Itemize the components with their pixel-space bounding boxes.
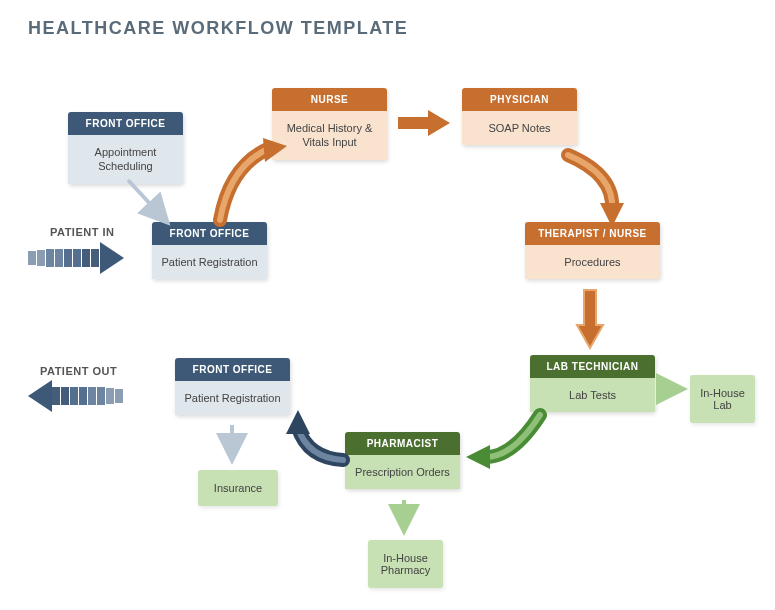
node-header: PHYSICIAN <box>462 88 577 111</box>
node-physician: PHYSICIAN SOAP Notes <box>462 88 577 145</box>
patient-out-arrow <box>28 380 124 412</box>
node-body: Prescription Orders <box>345 455 460 489</box>
arrow-reg-to-nurse <box>215 140 295 230</box>
arrow-lab-to-inhouse <box>658 382 690 396</box>
node-registration-out: FRONT OFFICE Patient Registration <box>175 358 290 415</box>
patient-in-arrow <box>28 242 124 274</box>
svg-line-0 <box>128 180 165 220</box>
node-appointment: FRONT OFFICE Appointment Scheduling <box>68 112 183 184</box>
node-body: Patient Registration <box>175 381 290 415</box>
arrow-pharmacist-to-inhouse <box>397 500 411 538</box>
svg-marker-4 <box>577 290 603 348</box>
node-header: FRONT OFFICE <box>175 358 290 381</box>
arrow-therapist-to-lab <box>575 290 605 350</box>
arrow-appt-to-reg <box>120 175 180 230</box>
patient-out-label: PATIENT OUT <box>40 365 117 377</box>
node-pharmacist: PHARMACIST Prescription Orders <box>345 432 460 489</box>
node-registration: FRONT OFFICE Patient Registration <box>152 222 267 279</box>
arrow-pharmacist-to-reg <box>288 418 358 478</box>
node-lab: LAB TECHNICIAN Lab Tests <box>530 355 655 412</box>
node-header: PHARMACIST <box>345 432 460 455</box>
node-body: Procedures <box>525 245 660 279</box>
node-body: Lab Tests <box>530 378 655 412</box>
svg-marker-7 <box>466 445 490 469</box>
svg-marker-3 <box>600 203 624 227</box>
node-header: LAB TECHNICIAN <box>530 355 655 378</box>
arrow-lab-to-pharmacist <box>468 415 548 475</box>
node-header: NURSE <box>272 88 387 111</box>
aux-insurance: Insurance <box>198 470 278 506</box>
node-body: SOAP Notes <box>462 111 577 145</box>
svg-marker-2 <box>398 110 450 136</box>
aux-inhouse-lab: In-House Lab <box>690 375 755 423</box>
svg-marker-1 <box>263 138 287 162</box>
node-body: Patient Registration <box>152 245 267 279</box>
page-title: HEALTHCARE WORKFLOW TEMPLATE <box>28 18 408 39</box>
node-therapist: THERAPIST / NURSE Procedures <box>525 222 660 279</box>
arrow-physician-to-therapist <box>560 155 640 230</box>
patient-in-label: PATIENT IN <box>50 226 114 238</box>
arrow-nurse-to-physician <box>398 108 453 138</box>
node-header: FRONT OFFICE <box>68 112 183 135</box>
aux-inhouse-pharmacy: In-House Pharmacy <box>368 540 443 588</box>
arrow-reg-to-insurance <box>225 425 239 467</box>
